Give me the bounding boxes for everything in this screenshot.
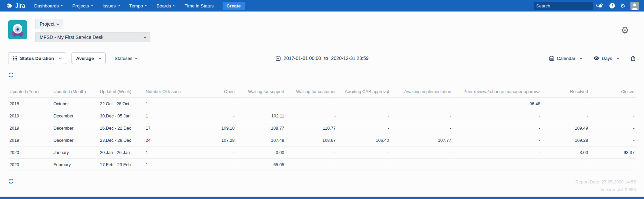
cell: - (286, 147, 337, 159)
calendar-grid-icon (549, 56, 554, 61)
table-row: 2020February17.Feb - 23.Feb1-65.05------ (8, 159, 636, 171)
date-from: 2017-01-01 00:00 (284, 56, 321, 61)
nav-item-label: Time in Status (185, 3, 214, 8)
cell: - (337, 147, 391, 159)
cell: 2019 (8, 110, 52, 122)
nav-right: ? ⚙ (534, 2, 639, 10)
cell: 109.28 (542, 134, 589, 147)
cell: 108.77 (236, 122, 286, 134)
help-button[interactable]: ? (609, 3, 615, 9)
export-button[interactable] (630, 56, 636, 61)
cell: - (542, 110, 589, 122)
cell: - (390, 122, 452, 134)
nav-item-label: Tempo (129, 3, 143, 8)
create-button[interactable]: Create (223, 2, 245, 10)
unit-dropdown[interactable]: Days (594, 56, 619, 61)
cell: 24 (144, 134, 188, 147)
cell: 17 (144, 122, 188, 134)
avatar (630, 2, 639, 10)
cell: December (52, 134, 99, 147)
nav-item-label: Issues (102, 3, 116, 8)
admin-settings-button[interactable]: ⚙ (620, 3, 625, 9)
cell: February (52, 159, 99, 171)
chevron-down-icon (617, 56, 619, 59)
jira-logo[interactable]: Jira (6, 2, 25, 9)
scope-dropdown[interactable]: Project (35, 19, 63, 29)
cell: October (52, 98, 99, 110)
report-type-dropdown[interactable]: Status Duration (8, 52, 66, 64)
cell: - (453, 110, 542, 122)
cell: December (52, 110, 99, 122)
cell: - (236, 98, 286, 110)
cell: 2019 (8, 134, 52, 147)
chevron-down-icon (173, 4, 175, 6)
chevron-down-icon (61, 4, 63, 6)
chevron-down-icon (145, 4, 147, 6)
calendar-dropdown[interactable]: Calendar (549, 56, 582, 61)
cell: 30.Dec - 05.Jan (99, 110, 144, 122)
cell: - (390, 110, 452, 122)
statuses-dropdown[interactable]: Statuses (115, 56, 137, 61)
cell: January (52, 147, 99, 159)
project-select[interactable]: MFSD - My First Service Desk (35, 32, 150, 42)
eye-icon (594, 56, 599, 61)
cell: - (286, 98, 337, 110)
nav-item-time-in-status[interactable]: Time in Status (185, 3, 214, 8)
cell: December (52, 122, 99, 134)
cell: 1 (144, 110, 188, 122)
cell: - (337, 159, 391, 171)
cell: 1 (144, 159, 188, 171)
svg-text:?: ? (611, 4, 613, 8)
nav-item-issues[interactable]: Issues (102, 3, 120, 8)
cell: 102.11 (236, 110, 286, 122)
nav-item-boards[interactable]: Boards (157, 3, 175, 8)
chevron-down-icon (134, 56, 137, 59)
announcements-button[interactable] (598, 3, 604, 9)
chevron-down-icon (118, 4, 120, 6)
column-header: Number Of Issues (144, 86, 188, 98)
cell: - (390, 98, 452, 110)
cell: 106.40 (337, 134, 391, 147)
cell: - (188, 110, 236, 122)
cell: 0.00 (236, 147, 286, 159)
cell: - (589, 134, 636, 147)
cell: 107.28 (188, 134, 236, 147)
nav-item-tempo[interactable]: Tempo (129, 3, 147, 8)
cell: 2020 (8, 147, 52, 159)
cell: - (589, 110, 636, 122)
column-header: Awaiting CAB approval (337, 86, 391, 98)
nav-item-projects[interactable]: Projects (72, 3, 93, 8)
version: Version: 4.8.0.653 (575, 186, 636, 194)
date-to: 2020-12-31 23:59 (331, 56, 369, 61)
statuses-label: Statuses (115, 56, 132, 61)
help-icon: ? (609, 3, 615, 9)
status-duration-table: Updated (Year)Updated (Month)Updated (We… (8, 86, 636, 171)
cell: - (188, 98, 236, 110)
report-footer: Report Date: 27.05.2020 14:55 Version: 4… (8, 178, 636, 194)
column-header: Waiting for customer (286, 86, 337, 98)
metric-dropdown[interactable]: Average (71, 52, 106, 64)
cell: - (188, 159, 236, 171)
refresh-button[interactable] (8, 178, 14, 184)
column-header: Closed (589, 86, 636, 98)
cell: - (542, 98, 589, 110)
cell: 1 (144, 147, 188, 159)
nav-item-dashboards[interactable]: Dashboards (34, 3, 63, 8)
search-box[interactable] (534, 2, 593, 10)
gear-icon: ⚙ (620, 3, 625, 9)
report-settings-button[interactable]: ⚙ (621, 26, 629, 35)
export-icon (630, 56, 636, 61)
cell: 2020 (8, 159, 52, 171)
search-input[interactable] (536, 3, 596, 8)
chevron-down-icon (580, 56, 582, 59)
cell: 17.Feb - 23.Feb (99, 159, 144, 171)
table-row: 2019December23.Dec - 29.Dec24107.28107.4… (8, 134, 636, 147)
cell: 93.37 (589, 147, 636, 159)
refresh-button[interactable] (8, 72, 14, 78)
report-date: Report Date: 27.05.2020 14:55 (575, 178, 636, 186)
megaphone-icon (598, 3, 604, 9)
user-avatar-button[interactable] (630, 2, 639, 10)
date-range[interactable]: 2017-01-01 00:00 to 2020-12-31 23:59 (275, 56, 369, 61)
gear-icon: ⚙ (621, 25, 629, 36)
cell: 109.49 (542, 122, 589, 134)
